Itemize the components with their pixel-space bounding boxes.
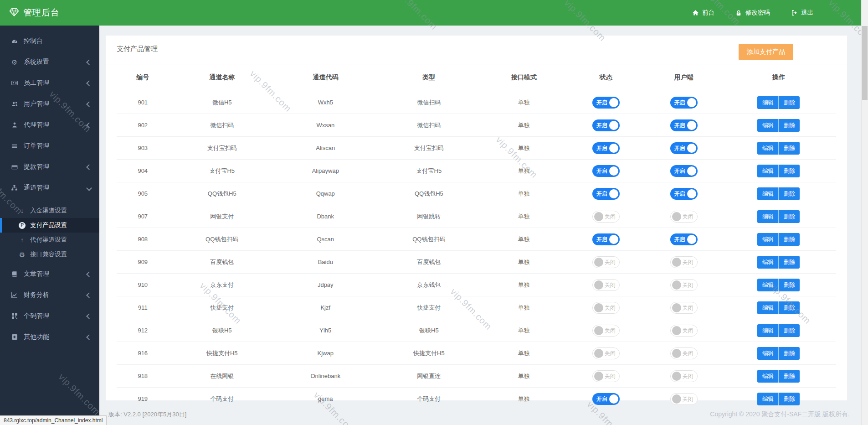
client-toggle[interactable]: 关闭 xyxy=(670,256,698,268)
edit-button[interactable]: 编辑 xyxy=(757,370,778,383)
status-toggle[interactable]: 关闭 xyxy=(592,302,620,314)
cell-mode: 单独 xyxy=(482,182,565,205)
sidebar-item-agents[interactable]: 代理管理 xyxy=(0,114,99,135)
client-toggle[interactable]: 开启 xyxy=(670,233,698,245)
delete-button[interactable]: 删除 xyxy=(778,96,800,109)
client-toggle[interactable]: 关闭 xyxy=(670,302,698,314)
toggle-label: 开启 xyxy=(596,188,607,200)
status-toggle[interactable]: 开启 xyxy=(592,165,620,177)
sidebar-item-label: 系统设置 xyxy=(24,58,49,66)
sidebar-subitem-label: 代付渠道设置 xyxy=(30,236,67,244)
delete-button[interactable]: 删除 xyxy=(778,142,800,155)
delete-button[interactable]: 删除 xyxy=(778,210,800,223)
delete-button[interactable]: 删除 xyxy=(778,233,800,246)
sidebar-item-channels[interactable]: 通道管理 xyxy=(0,177,99,198)
action-button-group: 编辑删除 xyxy=(757,210,800,223)
client-toggle[interactable]: 开启 xyxy=(670,97,698,109)
edit-button[interactable]: 编辑 xyxy=(757,119,778,132)
delete-button[interactable]: 删除 xyxy=(778,370,800,383)
sidebar-item-orders[interactable]: 订单管理 xyxy=(0,135,99,156)
sidebar-item-other[interactable]: 其他功能 xyxy=(0,327,99,347)
sidebar-subitem-deposit-channel[interactable]: ↓入金渠道设置 xyxy=(0,203,99,218)
edit-button[interactable]: 编辑 xyxy=(757,187,778,200)
status-toggle[interactable]: 关闭 xyxy=(592,211,620,223)
sidebar-item-finance[interactable]: 财务分析 xyxy=(0,285,99,306)
status-toggle[interactable]: 开启 xyxy=(592,233,620,245)
delete-button[interactable]: 删除 xyxy=(778,347,800,360)
scrollbar-thumb[interactable] xyxy=(862,26,868,100)
client-toggle[interactable]: 关闭 xyxy=(670,279,698,291)
add-payment-product-button[interactable]: 添加支付产品 xyxy=(739,44,793,60)
edit-button[interactable]: 编辑 xyxy=(757,393,778,405)
client-toggle[interactable]: 关闭 xyxy=(670,393,698,405)
delete-button[interactable]: 删除 xyxy=(778,301,800,314)
toggle-label: 关闭 xyxy=(683,280,693,290)
sidebar-item-system-settings[interactable]: ⚙系统设置 xyxy=(0,52,99,73)
cell-actions: 编辑删除 xyxy=(721,296,836,319)
edit-button[interactable]: 编辑 xyxy=(757,210,778,223)
sidebar-item-users[interactable]: 用户管理 xyxy=(0,93,99,114)
status-toggle[interactable]: 关闭 xyxy=(592,325,620,337)
brand-title: 管理后台 xyxy=(23,7,60,19)
sidebar-subitem-payment-product[interactable]: P支付产品设置 xyxy=(0,218,99,233)
sidebar-item-staff[interactable]: 员工管理 xyxy=(0,73,99,93)
status-toggle[interactable]: 关闭 xyxy=(592,256,620,268)
status-toggle[interactable]: 开启 xyxy=(592,142,620,154)
sidebar-item-articles[interactable]: 文章管理 xyxy=(0,264,99,285)
status-toggle[interactable]: 开启 xyxy=(592,119,620,131)
delete-button[interactable]: 删除 xyxy=(778,165,800,177)
toggle-label: 开启 xyxy=(674,142,685,154)
delete-button[interactable]: 删除 xyxy=(778,187,800,200)
status-toggle[interactable]: 关闭 xyxy=(592,347,620,359)
client-toggle[interactable]: 关闭 xyxy=(670,347,698,359)
client-toggle[interactable]: 关闭 xyxy=(670,370,698,382)
topbar-link-change-password[interactable]: 修改密码 xyxy=(735,9,770,17)
toggle-knob xyxy=(609,98,618,107)
status-toggle[interactable]: 开启 xyxy=(592,188,620,200)
client-toggle[interactable]: 关闭 xyxy=(670,211,698,223)
status-toggle[interactable]: 关闭 xyxy=(592,370,620,382)
sidebar-item-withdrawals[interactable]: 提款管理 xyxy=(0,156,99,177)
topbar-link-logout[interactable]: 退出 xyxy=(791,9,813,17)
sidebar-subitem-interface-compat[interactable]: ⚙接口兼容设置 xyxy=(0,247,99,262)
edit-button[interactable]: 编辑 xyxy=(757,301,778,314)
edit-button[interactable]: 编辑 xyxy=(757,279,778,291)
sidebar-subitem-payout-channel[interactable]: ↑代付渠道设置 xyxy=(0,233,99,247)
status-toggle[interactable]: 开启 xyxy=(592,393,620,405)
edit-button[interactable]: 编辑 xyxy=(757,142,778,155)
edit-button[interactable]: 编辑 xyxy=(757,96,778,109)
delete-button[interactable]: 删除 xyxy=(778,119,800,132)
client-toggle[interactable]: 开启 xyxy=(670,119,698,131)
delete-button[interactable]: 删除 xyxy=(778,256,800,269)
edit-button[interactable]: 编辑 xyxy=(757,256,778,269)
cell-code: Jdpay xyxy=(275,274,376,296)
cell-type: 支付宝扫码 xyxy=(376,137,482,160)
scrollbar[interactable] xyxy=(861,0,868,425)
topbar-link-frontend[interactable]: 前台 xyxy=(692,9,714,17)
status-toggle[interactable]: 开启 xyxy=(592,97,620,109)
edit-button[interactable]: 编辑 xyxy=(757,324,778,337)
client-toggle[interactable]: 关闭 xyxy=(670,325,698,337)
cell-type: 百度钱包 xyxy=(376,251,482,274)
cell-status: 开启 xyxy=(565,91,646,114)
toggle-knob xyxy=(672,303,681,312)
toggle-label: 开启 xyxy=(674,97,685,109)
cell-name: 快捷支付H5 xyxy=(169,342,275,365)
action-button-group: 编辑删除 xyxy=(757,187,800,200)
delete-button[interactable]: 删除 xyxy=(778,393,800,405)
chevron-left-icon xyxy=(86,334,92,340)
sidebar-item-dashboard[interactable]: 控制台 xyxy=(0,31,99,52)
client-toggle[interactable]: 开启 xyxy=(670,142,698,154)
edit-button[interactable]: 编辑 xyxy=(757,165,778,177)
status-toggle[interactable]: 关闭 xyxy=(592,279,620,291)
cell-client: 关闭 xyxy=(646,205,721,228)
edit-button[interactable]: 编辑 xyxy=(757,233,778,246)
delete-button[interactable]: 删除 xyxy=(778,324,800,337)
cell-actions: 编辑删除 xyxy=(721,137,836,160)
sidebar-item-personal-qrcode[interactable]: 个码管理 xyxy=(0,306,99,327)
client-toggle[interactable]: 开启 xyxy=(670,165,698,177)
toggle-knob xyxy=(594,349,603,358)
edit-button[interactable]: 编辑 xyxy=(757,347,778,360)
client-toggle[interactable]: 开启 xyxy=(670,188,698,200)
delete-button[interactable]: 删除 xyxy=(778,279,800,291)
